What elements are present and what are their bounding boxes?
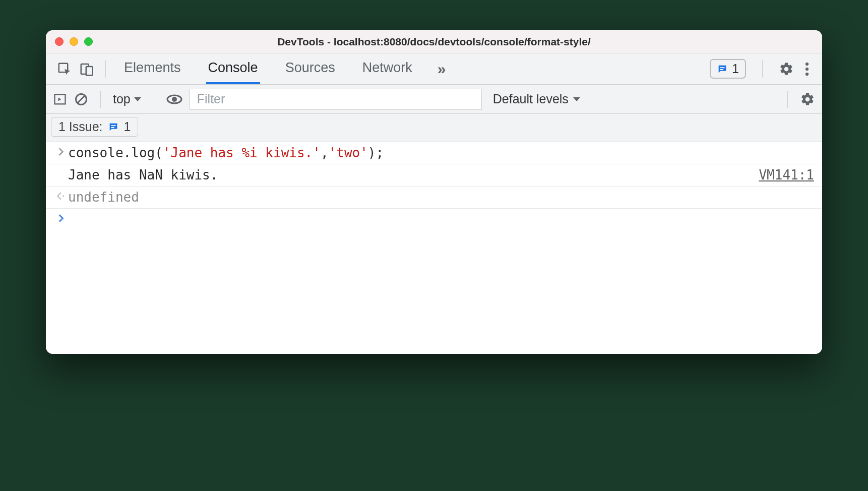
more-tabs-icon[interactable]: » <box>438 60 446 78</box>
window-title: DevTools - localhost:8080/docs/devtools/… <box>46 36 822 48</box>
return-arrow-icon <box>56 192 66 201</box>
divider <box>105 60 106 78</box>
more-options-icon[interactable] <box>805 62 809 77</box>
divider <box>762 60 763 78</box>
message-icon <box>717 64 728 75</box>
message-icon <box>108 121 119 133</box>
console-output: console.log('Jane has %i kiwis.', 'two')… <box>46 142 822 354</box>
chevron-down-icon <box>573 96 581 102</box>
settings-icon[interactable] <box>779 62 794 77</box>
code-string: 'Jane has %i kiwis.' <box>163 145 321 160</box>
code-suffix: ); <box>368 145 384 160</box>
maximize-window-button[interactable] <box>84 37 93 46</box>
return-value: undefined <box>68 190 139 205</box>
issues-badge-count: 1 <box>732 62 739 76</box>
clear-console-icon[interactable] <box>74 92 88 106</box>
toggle-sidebar-icon[interactable] <box>53 92 67 106</box>
svg-line-10 <box>78 96 85 103</box>
prompt-chevron-icon <box>57 214 65 223</box>
console-settings-icon[interactable] <box>800 92 815 107</box>
context-selector[interactable]: top <box>113 92 142 106</box>
svg-point-7 <box>805 72 809 75</box>
svg-rect-4 <box>720 69 723 70</box>
issues-bar: 1 Issue: 1 <box>46 114 822 142</box>
issues-chip[interactable]: 1 Issue: 1 <box>51 117 138 137</box>
close-window-button[interactable] <box>55 37 64 46</box>
devtools-window: DevTools - localhost:8080/docs/devtools/… <box>46 30 822 354</box>
code-method: console.log( <box>68 145 163 160</box>
tab-elements[interactable]: Elements <box>122 53 183 84</box>
log-levels-selector[interactable]: Default levels <box>493 92 581 106</box>
console-toolbar: top Default levels <box>46 85 822 114</box>
inspect-element-icon[interactable] <box>57 62 72 77</box>
minimize-window-button[interactable] <box>70 37 78 46</box>
chevron-down-icon <box>134 96 142 102</box>
device-toolbar-icon[interactable] <box>79 62 94 77</box>
console-input-code: console.log('Jane has %i kiwis.', 'two')… <box>68 145 814 160</box>
traffic-lights <box>55 37 93 46</box>
issues-badge[interactable]: 1 <box>710 59 746 79</box>
live-expression-icon[interactable] <box>166 94 182 105</box>
svg-point-12 <box>172 97 177 102</box>
svg-point-5 <box>805 62 809 65</box>
input-chevron-icon <box>57 147 65 156</box>
console-return-row: undefined <box>46 187 822 209</box>
console-log-row: Jane has NaN kiwis. VM141:1 <box>46 164 822 187</box>
svg-rect-13 <box>111 125 115 126</box>
issues-chip-count: 1 <box>124 119 131 134</box>
svg-rect-2 <box>86 67 93 76</box>
divider <box>154 91 154 108</box>
tab-sources[interactable]: Sources <box>283 53 337 84</box>
issues-chip-label: 1 Issue: <box>58 119 103 134</box>
log-message: Jane has NaN kiwis. <box>68 167 218 182</box>
tab-network[interactable]: Network <box>360 53 414 84</box>
divider <box>787 91 788 108</box>
console-prompt-row[interactable] <box>46 209 822 226</box>
console-input-row: console.log('Jane has %i kiwis.', 'two')… <box>46 142 822 164</box>
svg-rect-14 <box>111 127 114 128</box>
context-label: top <box>113 92 131 106</box>
divider <box>100 91 101 108</box>
filter-input[interactable] <box>190 89 482 110</box>
levels-label: Default levels <box>493 92 569 106</box>
tab-console[interactable]: Console <box>206 53 260 84</box>
svg-rect-3 <box>720 67 725 68</box>
source-link[interactable]: VM141:1 <box>759 167 814 182</box>
panel-tabbar: Elements Console Sources Network » 1 <box>46 53 822 85</box>
code-sep: , <box>321 145 329 160</box>
svg-point-15 <box>63 195 64 197</box>
svg-point-6 <box>805 67 809 70</box>
code-string: 'two' <box>329 145 368 160</box>
titlebar: DevTools - localhost:8080/docs/devtools/… <box>46 30 822 53</box>
